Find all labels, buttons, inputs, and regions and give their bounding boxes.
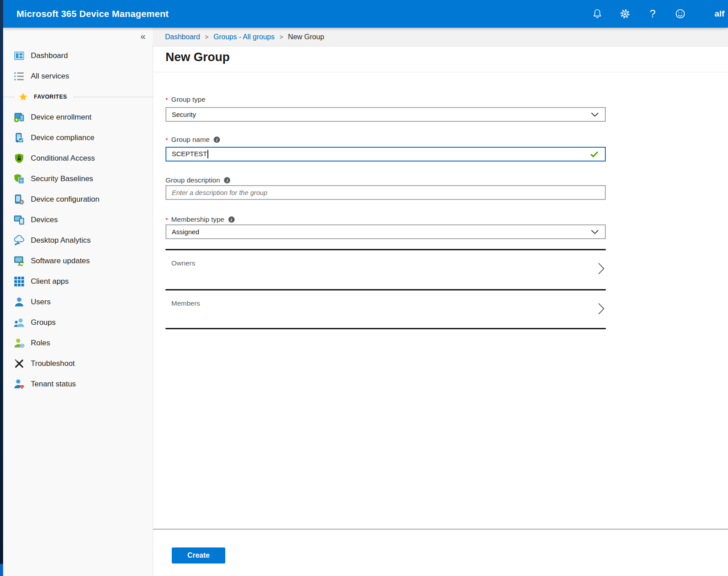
sidebar-item-client-apps[interactable]: Client apps — [3, 271, 153, 292]
gear-icon[interactable] — [619, 8, 631, 20]
sidebar-item-desktop-analytics[interactable]: Desktop Analytics — [3, 230, 153, 251]
sidebar-item-software-updates[interactable]: Software updates — [3, 251, 153, 271]
required-marker: * — [165, 216, 168, 224]
bell-icon[interactable] — [592, 8, 603, 20]
field-label-text: Group description — [165, 176, 220, 184]
group-type-label: * Group type — [165, 95, 606, 104]
divider — [3, 97, 15, 97]
create-button[interactable]: Create — [172, 547, 225, 564]
user-account[interactable]: alf — [715, 9, 724, 19]
group-name-label: * Group name — [165, 135, 606, 145]
sidebar-item-troubleshoot[interactable]: Troubleshoot — [3, 353, 153, 374]
star-icon — [18, 92, 28, 102]
sidebar-item-devices[interactable]: Devices — [3, 210, 153, 230]
sidebar-item-device-enrollment[interactable]: Device enrollment — [3, 107, 153, 128]
dashboard-icon — [13, 50, 25, 62]
sidebar-item-label: Device compliance — [31, 133, 95, 142]
content-panel: New Group * Group type Security * Group … — [153, 46, 728, 576]
all-services-icon — [13, 70, 25, 82]
chevron-right-icon — [598, 303, 604, 315]
required-marker: * — [165, 96, 168, 104]
sidebar-item-security-baselines[interactable]: Security Baselines — [3, 169, 153, 189]
group-description-label: Group description — [165, 175, 606, 185]
sidebar-item-label: Roles — [31, 339, 50, 348]
sidebar-item-dashboard[interactable]: Dashboard — [3, 46, 153, 66]
sidebar-item-device-configuration[interactable]: Device configuration — [3, 189, 153, 210]
chevron-right-icon — [598, 263, 604, 274]
app-title: Microsoft 365 Device Management — [17, 8, 169, 19]
top-bar: Microsoft 365 Device Management ? — [3, 0, 728, 28]
conditional-access-icon — [13, 153, 25, 164]
text-caret — [207, 150, 208, 158]
membership-type-select[interactable]: Assigned — [165, 224, 606, 239]
owners-label: Owners — [171, 259, 195, 267]
troubleshoot-icon — [13, 358, 25, 369]
sidebar-item-label: Devices — [31, 215, 58, 224]
roles-icon — [13, 337, 25, 349]
breadcrumb: Dashboard > Groups - All groups > New Gr… — [153, 28, 728, 46]
group-type-select[interactable]: Security — [165, 107, 606, 122]
divider — [153, 72, 728, 72]
sidebar-item-conditional-access[interactable]: Conditional Access — [3, 148, 153, 169]
device-configuration-icon — [13, 194, 25, 205]
sidebar-item-users[interactable]: Users — [3, 292, 153, 312]
group-description-input[interactable]: Enter a description for the group — [165, 185, 606, 200]
sidebar-item-label: Client apps — [31, 277, 69, 286]
group-name-input[interactable]: SCEPTEST — [165, 147, 606, 162]
device-compliance-icon — [13, 132, 25, 144]
favorites-label: FAVORITES — [34, 94, 67, 100]
field-label-text: Group name — [171, 136, 210, 144]
sidebar-item-label: Conditional Access — [31, 154, 95, 163]
info-icon[interactable] — [228, 216, 235, 223]
desktop-analytics-icon — [13, 235, 25, 246]
left-edge-strip — [0, 0, 3, 576]
owners-section-row[interactable]: Owners — [165, 249, 606, 289]
client-apps-icon — [13, 276, 25, 287]
divider — [73, 97, 153, 97]
breadcrumb-current-page: New Group — [288, 33, 324, 41]
sidebar-item-label: All services — [31, 72, 69, 81]
sidebar-item-label: Device configuration — [31, 195, 99, 204]
tenant-status-icon — [13, 378, 25, 390]
members-label: Members — [171, 299, 200, 307]
sidebar-item-label: Troubleshoot — [31, 359, 75, 368]
sidebar-favorites-header: FAVORITES — [3, 87, 153, 107]
sidebar-item-label: Desktop Analytics — [31, 236, 91, 245]
sidebar-item-label: Dashboard — [31, 51, 68, 60]
sidebar-item-tenant-status[interactable]: Tenant status — [3, 374, 153, 394]
divider — [153, 529, 728, 530]
users-icon — [13, 296, 25, 308]
device-enrollment-icon — [13, 112, 25, 123]
field-label-text: Membership type — [171, 215, 224, 224]
required-marker: * — [165, 136, 168, 144]
chevron-down-icon — [591, 112, 599, 117]
group-description-placeholder: Enter a description for the group — [172, 189, 599, 196]
chevron-down-icon — [591, 230, 599, 234]
field-label-text: Group type — [171, 95, 206, 104]
topbar-actions: ? alf — [592, 8, 728, 20]
breadcrumb-dashboard[interactable]: Dashboard — [165, 33, 200, 41]
breadcrumb-groups-all-groups[interactable]: Groups - All groups — [213, 33, 274, 41]
smiley-icon[interactable] — [674, 8, 686, 20]
page-title: New Group — [165, 50, 230, 64]
sidebar-item-all-services[interactable]: All services — [3, 66, 153, 87]
sidebar: « Dashboard All services FAVORITES — [3, 28, 153, 576]
info-icon[interactable] — [224, 177, 230, 183]
new-group-form: * Group type Security * Group name SCEPT… — [165, 95, 606, 329]
help-icon[interactable]: ? — [647, 8, 658, 20]
software-updates-icon — [13, 255, 25, 267]
members-section-row[interactable]: Members — [165, 289, 606, 329]
membership-type-label: * Membership type — [165, 215, 606, 224]
app-window: Microsoft 365 Device Management ? — [0, 0, 728, 576]
group-name-value: SCEPTEST — [172, 150, 590, 159]
sidebar-collapse-button[interactable]: « — [141, 31, 145, 41]
info-icon[interactable] — [214, 137, 220, 143]
sidebar-nav: Dashboard All services FAVORITES — [3, 28, 153, 394]
membership-type-value: Assigned — [172, 228, 591, 236]
sidebar-item-groups[interactable]: Groups — [3, 312, 153, 333]
sidebar-item-device-compliance[interactable]: Device compliance — [3, 128, 153, 148]
sidebar-item-roles[interactable]: Roles — [3, 333, 153, 353]
valid-check-icon — [590, 151, 599, 157]
group-type-value: Security — [172, 111, 591, 118]
security-baselines-icon — [13, 173, 25, 185]
